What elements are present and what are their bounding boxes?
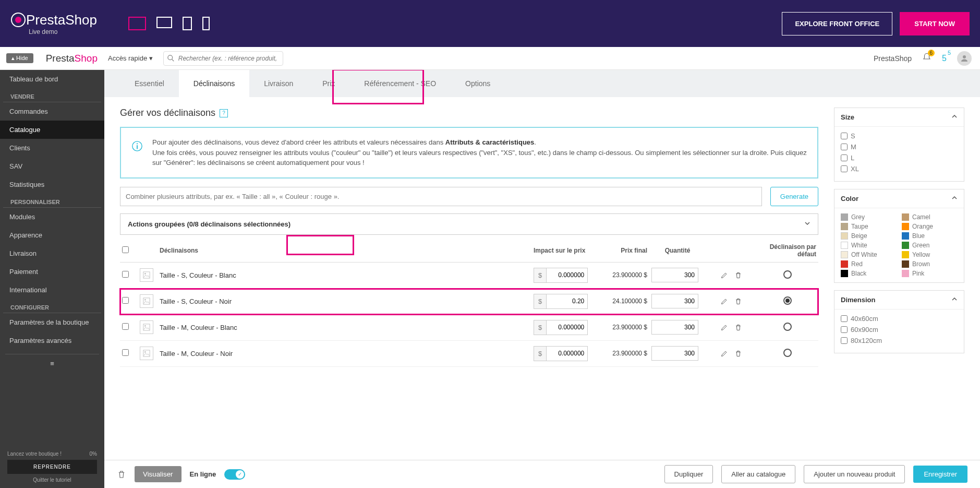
size-option[interactable]: S (841, 132, 958, 140)
tab-livraison[interactable]: Livraison (249, 70, 308, 97)
color-option[interactable]: Taupe (841, 223, 897, 230)
color-option[interactable]: Off White (841, 251, 897, 258)
user-avatar[interactable] (957, 51, 972, 66)
laptop-icon[interactable] (156, 17, 172, 28)
impact-input[interactable] (546, 268, 588, 283)
row-checkbox[interactable] (122, 297, 129, 304)
add-product-button[interactable]: Ajouter un nouveau produit (804, 465, 905, 483)
color-option[interactable]: Red (841, 260, 897, 268)
help-icon[interactable]: ? (220, 109, 228, 117)
color-option[interactable]: Pink (902, 270, 958, 277)
filter-dimension-header[interactable]: Dimension (834, 291, 964, 310)
messages-icon[interactable]: 5 5 (942, 54, 947, 63)
preview-button[interactable]: Visualiser (135, 466, 182, 482)
color-option[interactable]: White (841, 242, 897, 249)
tab-essentiel[interactable]: Essentiel (120, 70, 179, 97)
filter-color-header[interactable]: Color (834, 189, 964, 208)
sidebar-item-apparence[interactable]: Apparence (0, 226, 104, 244)
qty-input[interactable] (651, 268, 698, 282)
color-option[interactable]: Camel (902, 213, 958, 221)
color-option[interactable]: Green (902, 242, 958, 249)
default-radio[interactable] (783, 270, 792, 279)
sidebar-item-clients[interactable]: Clients (0, 139, 104, 157)
qty-input[interactable] (651, 294, 698, 308)
currency-prefix: $ (534, 294, 546, 309)
dimension-option[interactable]: 80x120cm (841, 337, 958, 344)
combine-input[interactable] (120, 187, 762, 206)
edit-icon[interactable] (720, 271, 728, 279)
sidebar-item-modules[interactable]: Modules (0, 208, 104, 226)
default-radio[interactable] (783, 323, 792, 331)
edit-icon[interactable] (720, 297, 728, 305)
quick-access-dropdown[interactable]: Accès rapide ▾ (108, 54, 153, 62)
edit-icon[interactable] (720, 324, 728, 331)
impact-input[interactable] (546, 346, 588, 361)
catalog-button[interactable]: Aller au catalogue (721, 465, 795, 483)
qty-input[interactable] (651, 346, 698, 361)
explore-button[interactable]: EXPLORE FRONT OFFICE (782, 12, 892, 35)
dimension-option[interactable]: 40x60cm (841, 315, 958, 323)
default-radio[interactable] (783, 349, 792, 357)
tablet-icon[interactable] (183, 17, 192, 30)
start-now-button[interactable]: START NOW (900, 12, 970, 35)
sidebar-item-international[interactable]: International (0, 281, 104, 299)
notifications-icon[interactable]: 6 (922, 53, 931, 64)
tab-options[interactable]: Options (451, 70, 505, 97)
tab-declinaisons[interactable]: Déclinaisons (179, 70, 249, 97)
color-option[interactable]: Brown (902, 260, 958, 268)
filter-size-header[interactable]: Size (834, 108, 964, 127)
sidebar-item-commandes[interactable]: Commandes (0, 102, 104, 121)
online-toggle[interactable] (224, 469, 245, 480)
thumbnail-icon[interactable] (140, 294, 153, 308)
default-radio[interactable] (783, 296, 792, 305)
size-option[interactable]: XL (841, 165, 958, 173)
impact-input[interactable] (546, 294, 588, 309)
save-button[interactable]: Enregistrer (913, 466, 967, 483)
thumbnail-icon[interactable] (140, 268, 153, 282)
trash-icon[interactable] (117, 470, 126, 479)
color-option[interactable]: Blue (902, 232, 958, 240)
quit-tutorial-link[interactable]: Quitter le tutoriel (7, 477, 97, 483)
desktop-icon[interactable] (128, 17, 146, 30)
impact-input[interactable] (546, 320, 588, 335)
mobile-icon[interactable] (202, 17, 210, 30)
size-option[interactable]: L (841, 154, 958, 162)
size-option[interactable]: M (841, 143, 958, 151)
dimension-option[interactable]: 60x90cm (841, 326, 958, 334)
color-option[interactable]: Orange (902, 223, 958, 230)
color-option[interactable]: Beige (841, 232, 897, 240)
select-all-checkbox[interactable] (122, 246, 129, 253)
sidebar-item-dashboard[interactable]: Tableau de bord (0, 70, 104, 88)
duplicate-button[interactable]: Dupliquer (664, 465, 713, 483)
generate-button[interactable]: Generate (770, 187, 818, 206)
sidebar-item-catalogue[interactable]: Catalogue (0, 121, 104, 139)
search-input[interactable] (163, 51, 283, 66)
sidebar-item-sav[interactable]: SAV (0, 157, 104, 175)
delete-icon[interactable] (734, 297, 742, 305)
tab-seo[interactable]: Référencement - SEO (349, 70, 451, 97)
sidebar-item-paiement[interactable]: Paiement (0, 263, 104, 281)
sidebar-collapse-icon[interactable]: ≡ (5, 354, 99, 373)
delete-icon[interactable] (734, 350, 742, 358)
row-checkbox[interactable] (122, 349, 129, 356)
sidebar-item-params-boutique[interactable]: Paramètres de la boutique (0, 313, 104, 331)
row-checkbox[interactable] (122, 271, 129, 278)
color-option[interactable]: Grey (841, 213, 897, 221)
delete-icon[interactable] (734, 271, 742, 279)
row-checkbox[interactable] (122, 323, 129, 330)
delete-icon[interactable] (734, 324, 742, 331)
edit-icon[interactable] (720, 350, 728, 358)
sidebar-item-params-avances[interactable]: Paramètres avancés (0, 331, 104, 350)
hide-button[interactable]: ▴ Hide (6, 53, 33, 63)
color-option[interactable]: Yellow (902, 251, 958, 258)
qty-input[interactable] (651, 320, 698, 335)
shop-name[interactable]: PrestaShop (874, 54, 912, 63)
reprendre-button[interactable]: REPRENDRE (7, 460, 97, 474)
thumbnail-icon[interactable] (140, 320, 153, 334)
color-option[interactable]: Black (841, 270, 897, 277)
grouped-actions-toggle[interactable]: Actions groupées (0/8 déclinaisons sélec… (120, 213, 818, 235)
sidebar-item-statistiques[interactable]: Statistiques (0, 175, 104, 194)
thumbnail-icon[interactable] (140, 347, 153, 360)
sidebar-item-livraison[interactable]: Livraison (0, 244, 104, 263)
tab-prix[interactable]: Prix (308, 70, 349, 97)
